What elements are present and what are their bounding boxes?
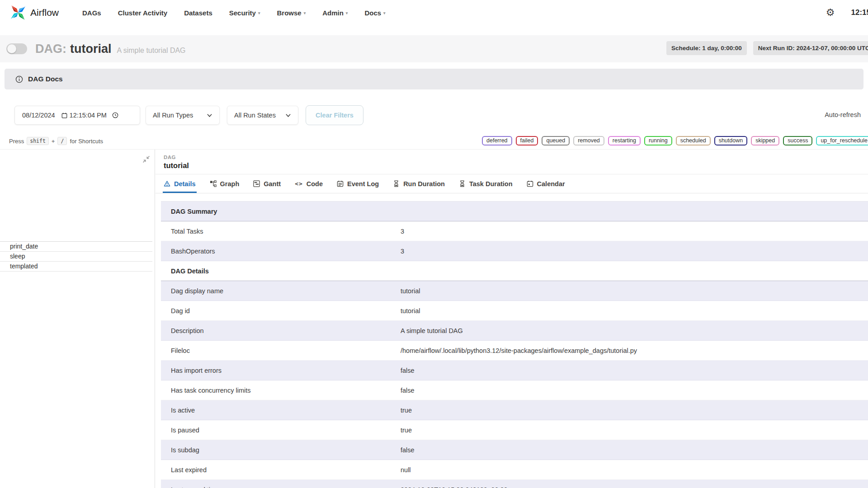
run-types-value: All Run Types xyxy=(153,112,193,119)
row-label: Has import errors xyxy=(171,367,222,374)
tab-event-log[interactable]: Event Log xyxy=(337,174,379,193)
state-badge-queued: queued xyxy=(542,136,570,145)
row-label: Dag display name xyxy=(171,287,223,295)
airflow-brand[interactable]: Airflow xyxy=(10,5,59,21)
state-badge-removed: removed xyxy=(573,136,604,145)
state-badge-deferred: deferred xyxy=(482,136,512,145)
table-row: Is pausedtrue xyxy=(161,420,868,440)
top-navbar: Airflow DAGsCluster ActivityDatasetsSecu… xyxy=(0,0,868,25)
tab-details[interactable]: Details xyxy=(164,174,196,193)
nav-item-label: Browse xyxy=(277,9,301,17)
tab-label: Details xyxy=(174,180,196,188)
details-panel: DAG tutorial DetailsGraphGantt<>CodeEven… xyxy=(156,150,868,488)
chevron-down-icon: ▾ xyxy=(383,11,386,15)
details-table: DAG SummaryTotal Tasks3BashOperators3DAG… xyxy=(161,201,868,488)
code-icon: <> xyxy=(295,180,303,187)
shortcuts-press: Press xyxy=(9,138,24,145)
tab-gantt[interactable]: Gantt xyxy=(253,174,281,193)
chevron-down-icon: ▾ xyxy=(346,11,348,15)
nav-item-admin[interactable]: Admin▾ xyxy=(322,9,348,17)
dag-description: A simple tutorial DAG xyxy=(117,47,186,54)
table-row: Fileloc/home/airflow/.local/lib/python3.… xyxy=(161,341,868,361)
calendar-small-icon xyxy=(61,113,67,118)
nav-item-browse[interactable]: Browse▾ xyxy=(277,9,306,17)
table-row: Last parsed time2024-12-08T12:15:00.2481… xyxy=(161,480,868,488)
row-value: null xyxy=(401,466,411,474)
tab-label: Run Duration xyxy=(403,180,445,188)
task-item-sleep[interactable]: sleep xyxy=(0,252,152,262)
schedule-badge: Schedule: 1 day, 0:00:00 xyxy=(666,41,747,55)
state-badge-restarting: restarting xyxy=(608,136,641,145)
chevron-down-icon xyxy=(207,113,212,118)
task-item-print-date[interactable]: print_date xyxy=(0,242,152,252)
nav-item-docs[interactable]: Docs▾ xyxy=(364,9,385,17)
task-item-templated[interactable]: templated xyxy=(0,262,152,272)
nav-item-cluster-activity[interactable]: Cluster Activity xyxy=(118,9,167,17)
table-row: DescriptionA simple tutorial DAG xyxy=(161,321,868,341)
row-label: BashOperators xyxy=(171,248,215,255)
row-value: 3 xyxy=(401,248,404,255)
nav-item-security[interactable]: Security▾ xyxy=(229,9,260,17)
tab-label: Gantt xyxy=(264,180,281,188)
row-value: false xyxy=(401,446,415,454)
dag-docs-bar[interactable]: DAG Docs xyxy=(5,69,863,89)
gear-icon[interactable]: ⚙ xyxy=(826,8,835,18)
shortcuts-plus: + xyxy=(52,138,55,145)
tab-graph[interactable]: Graph xyxy=(210,174,240,193)
state-badge-up-for-reschedule: up_for_reschedule xyxy=(816,136,868,145)
nav-item-label: Cluster Activity xyxy=(118,9,167,17)
nav-right: ⚙ 12:15 xyxy=(826,0,868,25)
panel-dag-label: DAG xyxy=(164,155,868,160)
row-value: false xyxy=(401,367,415,374)
dag-title-band: DAG:tutorialA simple tutorial DAG Schedu… xyxy=(0,35,868,62)
nav-item-label: Docs xyxy=(364,9,381,17)
row-value: A simple tutorial DAG xyxy=(401,327,463,334)
datetime-filter[interactable]: 08/12/2024 12:15:04 PM xyxy=(14,106,140,125)
brand-name: Airflow xyxy=(30,7,59,18)
time-input[interactable]: 12:15:04 PM xyxy=(70,112,107,119)
dag-pause-toggle[interactable] xyxy=(6,43,27,54)
tab-code[interactable]: <>Code xyxy=(295,174,323,193)
row-label: Is active xyxy=(171,407,195,414)
nav-item-label: DAGs xyxy=(82,9,101,17)
state-badge-shutdown: shutdown xyxy=(714,136,748,145)
nav-links: DAGsCluster ActivityDatasetsSecurity▾Bro… xyxy=(82,9,386,17)
gantt-icon xyxy=(253,180,260,187)
date-input[interactable]: 08/12/2024 xyxy=(22,112,55,119)
chevron-down-icon xyxy=(285,113,291,118)
dag-docs-label: DAG Docs xyxy=(15,75,63,83)
utc-clock: 12:15 xyxy=(851,8,868,17)
state-legend: deferredfailedqueuedremovedrestartingrun… xyxy=(482,136,868,145)
clear-filters-button[interactable]: Clear Filters xyxy=(306,105,363,125)
auto-refresh-control[interactable]: Auto-refresh xyxy=(825,111,861,118)
tab-task-duration[interactable]: Task Duration xyxy=(459,174,513,193)
run-states-value: All Run States xyxy=(234,112,276,119)
tab-run-duration[interactable]: Run Duration xyxy=(393,174,445,193)
table-row: Is activetrue xyxy=(161,400,868,420)
nav-item-label: Security xyxy=(229,9,256,17)
row-value: /home/airflow/.local/lib/python3.12/site… xyxy=(401,347,637,354)
collapse-icon[interactable] xyxy=(142,155,150,163)
nav-item-label: Admin xyxy=(322,9,344,17)
tab-calendar[interactable]: Calendar xyxy=(527,174,565,193)
state-badge-success: success xyxy=(783,136,812,145)
row-label: Last expired xyxy=(171,466,207,474)
row-value: 3 xyxy=(401,228,404,235)
run-states-select[interactable]: All Run States xyxy=(227,106,298,125)
graph-icon xyxy=(210,180,217,187)
table-row: BashOperators3 xyxy=(161,241,868,261)
nav-item-datasets[interactable]: Datasets xyxy=(184,9,212,17)
state-badge-running: running xyxy=(644,136,672,145)
dag-name: tutorial xyxy=(70,42,112,56)
info-circle-icon xyxy=(15,75,23,83)
next-run-badge: Next Run ID: 2024-12-07, 00:00:00 UTC xyxy=(753,41,868,55)
slash-key: / xyxy=(57,137,67,145)
nav-item-dags[interactable]: DAGs xyxy=(82,9,101,17)
row-label: DAG Details xyxy=(171,267,209,275)
row-label: Description xyxy=(171,327,204,334)
row-value: 2024-12-08T12:15:00.248123+00:00 xyxy=(401,486,508,488)
table-row: Total Tasks3 xyxy=(161,221,868,241)
table-row: Last expirednull xyxy=(161,460,868,480)
run-types-select[interactable]: All Run Types xyxy=(146,106,220,125)
row-label: Dag id xyxy=(171,307,190,314)
